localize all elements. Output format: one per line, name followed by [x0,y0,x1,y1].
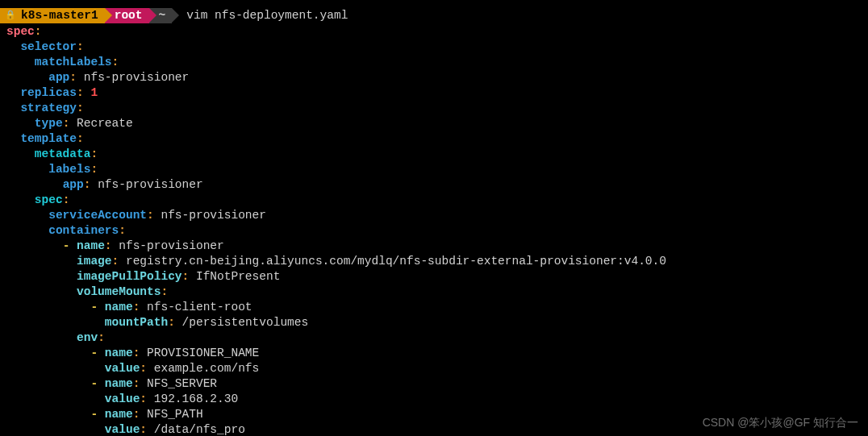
yaml-key: containers [48,224,119,237]
yaml-key: app [48,71,69,84]
yaml-value: nfs-provisioner [84,71,190,84]
yaml-value: 192.168.2.30 [154,392,238,405]
yaml-value: 1 [90,86,98,99]
yaml-value: nfs-client-root [147,301,252,314]
yaml-key: labels [48,163,90,176]
yaml-key: strategy [20,102,77,114]
yaml-value: nfs-provisioner [119,239,224,252]
prompt-host-segment: 🔒 k8s-master1 [0,8,105,23]
command-text: vim nfs-deployment.yaml [186,8,348,23]
yaml-key: name [105,408,133,421]
yaml-key: value [105,423,140,436]
lock-icon: 🔒 [5,10,16,21]
yaml-key: type [35,117,63,130]
yaml-key: volumeMounts [77,285,161,298]
yaml-key: metadata [35,147,91,160]
truncated-line [0,0,868,8]
yaml-key: app [63,178,84,191]
yaml-key: value [105,362,140,375]
yaml-key: spec [35,193,63,206]
yaml-key: selector [20,40,77,53]
yaml-key: value [105,392,140,405]
yaml-value: registry.cn-beijing.aliyuncs.com/mydlq/n… [126,255,666,268]
shell-prompt[interactable]: 🔒 k8s-master1 root ~ vim nfs-deployment.… [0,8,868,23]
prompt-host: k8s-master1 [21,8,98,23]
yaml-value: Recreate [77,117,133,130]
yaml-value: NFS_PATH [147,408,203,421]
yaml-key: name [77,239,105,252]
yaml-value: NFS_SERVER [147,377,217,390]
yaml-key: matchLabels [35,56,112,69]
yaml-key: name [105,377,133,390]
yaml-editor-content[interactable]: spec: selector: matchLabels: app: nfs-pr… [0,23,868,436]
prompt-user: root [115,8,143,23]
yaml-key: name [105,347,133,359]
yaml-key: template [20,132,77,145]
yaml-value: PROVISIONER_NAME [147,347,259,359]
yaml-key: serviceAccount [48,209,147,222]
yaml-key: spec [6,25,35,38]
yaml-value: example.com/nfs [154,362,260,375]
yaml-key: mountPath [105,316,168,329]
prompt-path: ~ [159,8,166,23]
yaml-key: name [105,301,133,314]
yaml-value: nfs-provisioner [98,178,203,191]
yaml-value: /data/nfs_pro [154,423,245,436]
yaml-key: replicas [20,86,77,99]
yaml-key: env [77,331,98,344]
yaml-key: imagePullPolicy [77,270,182,283]
yaml-value: IfNotPresent [196,270,280,283]
yaml-value: /persistentvolumes [182,316,309,329]
yaml-value: nfs-provisioner [161,209,266,222]
yaml-key: image [77,255,112,268]
